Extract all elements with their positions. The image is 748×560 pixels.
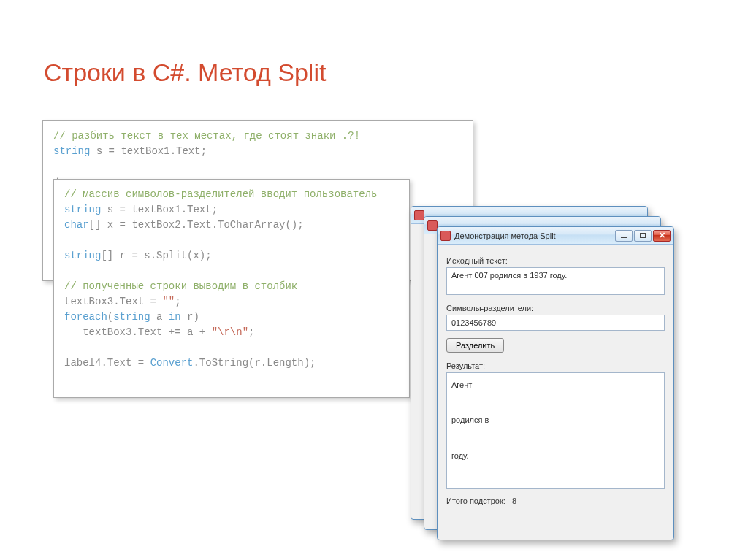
code-text: [] r = s.Split(x);	[101, 250, 211, 261]
demo-window: Демонстрация метода Split ✕ Исходный тек…	[437, 226, 674, 540]
code-text: [] x = textBox2.Text.ToCharArray();	[89, 219, 304, 231]
minimize-button[interactable]	[615, 230, 633, 242]
close-icon: ✕	[659, 231, 665, 239]
code-keyword: string	[113, 311, 156, 323]
code-keyword: string	[64, 204, 107, 215]
code-text: textBox3.Text += a +	[64, 326, 212, 338]
result-label: Результат:	[446, 361, 665, 370]
code-text: (	[107, 311, 113, 323]
code-keyword: Convert	[150, 357, 194, 369]
code-keyword: string	[64, 250, 101, 261]
delimiter-label: Символы-разделители:	[446, 304, 665, 312]
code-block-front: // массив символов-разделителей вводит п…	[53, 179, 410, 398]
delimiter-textbox[interactable]: 0123456789	[446, 315, 665, 331]
result-textbox[interactable]: Агент родился в году.	[446, 372, 665, 489]
app-icon	[440, 231, 451, 241]
code-text: s = textBox1.Text;	[96, 145, 207, 157]
code-text: label4.Text =	[64, 357, 150, 369]
app-icon	[414, 210, 424, 220]
window-body: Исходный текст: Агент 007 родился в 1937…	[438, 245, 673, 513]
summary-value: 8	[512, 496, 516, 505]
code-text: r)	[187, 311, 199, 323]
code-keyword: foreach	[64, 311, 107, 323]
window-title: Демонстрация метода Split	[454, 231, 615, 240]
code-text: a	[156, 311, 169, 323]
code-keyword: char	[64, 219, 89, 231]
code-text: ;	[175, 296, 180, 307]
maximize-button[interactable]	[634, 230, 652, 242]
code-string: ""	[162, 296, 175, 307]
code-keyword: string	[53, 145, 96, 157]
maximize-icon	[640, 233, 646, 238]
minimize-icon	[621, 237, 627, 238]
input-label: Исходный текст:	[446, 256, 665, 265]
window-controls: ✕	[615, 230, 671, 242]
titlebar[interactable]: Демонстрация метода Split ✕	[438, 227, 673, 245]
code-comment: // полученные строки выводим в столбик	[64, 280, 297, 292]
code-string: "\r\n"	[212, 326, 248, 338]
app-icon	[427, 220, 438, 231]
summary-label: Итого подстрок:	[446, 496, 505, 505]
input-textbox[interactable]: Агент 007 родился в 1937 году.	[446, 267, 665, 295]
close-button[interactable]: ✕	[653, 230, 671, 242]
split-button[interactable]: Разделить	[446, 338, 504, 353]
slide-title: Строки в C#. Метод Split	[44, 58, 326, 87]
summary-row: Итого подстрок: 8	[446, 496, 665, 505]
code-comment: // массив символов-разделителей вводит п…	[64, 188, 377, 200]
code-text: .ToString(r.Length);	[193, 357, 316, 369]
code-keyword: in	[169, 311, 187, 323]
code-text: s = textBox1.Text;	[107, 204, 218, 215]
code-text: textBox3.Text =	[64, 296, 162, 307]
code-text: ;	[248, 326, 254, 338]
code-comment: // разбить текст в тех местах, где стоят…	[53, 130, 360, 142]
